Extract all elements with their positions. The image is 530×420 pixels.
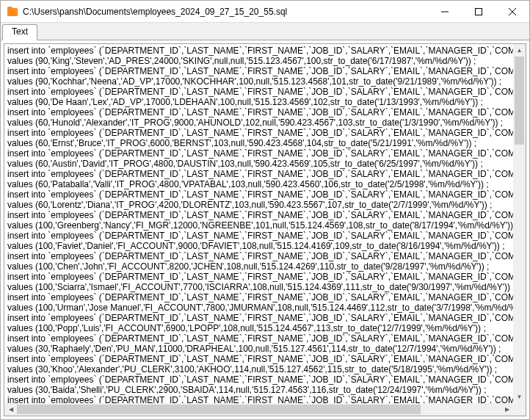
titlebar[interactable]: C:\Users\pansh\Documents\employees_2024_… [1, 1, 529, 23]
sql-line-insert: insert into `employees` (`DEPARTMENT_ID`… [7, 189, 510, 200]
window-controls [428, 1, 529, 22]
sql-line-insert: insert into `employees` (`DEPARTMENT_ID`… [7, 354, 510, 364]
app-window: C:\Users\pansh\Documents\employees_2024_… [0, 0, 530, 420]
sql-line-values: values (30,'Baida','Shelli','PU_CLERK',2… [7, 385, 510, 395]
sql-line-values: values (100,'Faviet','Daniel','FI_ACCOUN… [7, 241, 510, 251]
sql-line-insert: insert into `employees` (`DEPARTMENT_ID`… [7, 272, 510, 282]
tab-strip: Text [1, 23, 529, 40]
sql-line-insert: insert into `employees` (`DEPARTMENT_ID`… [7, 251, 510, 261]
sql-line-values: values (60,'Lorentz','Diana','IT_PROG',4… [7, 200, 510, 210]
sql-line-insert: insert into `employees` (`DEPARTMENT_ID`… [7, 66, 510, 76]
sql-line-insert: insert into `employees` (`DEPARTMENT_ID`… [7, 128, 510, 138]
sql-line-values: values (90,'De Haan','Lex','AD_VP',17000… [7, 97, 510, 107]
content-panel: insert into `employees` (`DEPARTMENT_ID`… [4, 43, 526, 416]
scroll-down-button[interactable]: ▼ [513, 391, 526, 403]
close-button[interactable] [495, 1, 529, 22]
scroll-left-button[interactable]: ◀ [4, 403, 17, 416]
svg-rect-3 [476, 8, 482, 15]
scrollbar-corner [513, 403, 526, 416]
horizontal-scrollbar[interactable]: ◀ ▶ [4, 403, 513, 416]
sql-line-insert: insert into `employees` (`DEPARTMENT_ID`… [7, 107, 510, 117]
sql-line-values: values (100,'Greenberg','Nancy','FI_MGR'… [7, 220, 510, 231]
minimize-button[interactable] [428, 1, 462, 22]
sql-line-values: values (60,'Austin','David','IT_PROG',48… [7, 159, 510, 169]
vertical-scrollbar[interactable]: ▲ ▼ [513, 44, 526, 403]
sql-line-values: values (30,'Raphaely','Den','PU_MAN',110… [7, 344, 510, 354]
sql-line-insert: insert into `employees` (`DEPARTMENT_ID`… [7, 148, 510, 159]
scroll-up-button[interactable]: ▲ [513, 44, 526, 57]
sql-line-values: values (30,'Khoo','Alexander','PU_CLERK'… [7, 364, 510, 374]
vertical-scroll-thumb[interactable] [515, 57, 524, 145]
sql-line-values: values (100,'Sciarra','Ismael','FI_ACCOU… [7, 282, 510, 292]
sql-line-values: values (100,'Chen','John','FI_ACCOUNT',8… [7, 261, 510, 272]
horizontal-scroll-thumb[interactable] [17, 405, 421, 414]
window-title: C:\Users\pansh\Documents\employees_2024_… [23, 7, 428, 17]
sql-line-values: values (90,'Kochhar','Neena','AD_VP',170… [7, 76, 510, 87]
app-icon [7, 6, 18, 18]
sql-line-values: values (60,'Pataballa','Valli','IT_PROG'… [7, 179, 510, 189]
sql-line-values: values (60,'Ernst','Bruce','IT_PROG',600… [7, 138, 510, 148]
sql-line-insert: insert into `employees` (`DEPARTMENT_ID`… [7, 46, 510, 56]
maximize-button[interactable] [462, 1, 495, 22]
sql-line-values: values (90,'King','Steven','AD_PRES',240… [7, 56, 510, 66]
sql-text-area[interactable]: insert into `employees` (`DEPARTMENT_ID`… [4, 44, 513, 403]
sql-line-values: values (100,'Popp','Luis','FI_ACCOUNT',6… [7, 323, 510, 333]
sql-line-insert: insert into `employees` (`DEPARTMENT_ID`… [7, 231, 510, 241]
sql-line-insert: insert into `employees` (`DEPARTMENT_ID`… [7, 292, 510, 303]
sql-line-insert: insert into `employees` (`DEPARTMENT_ID`… [7, 169, 510, 179]
horizontal-scroll-track[interactable] [17, 403, 501, 416]
sql-line-insert: insert into `employees` (`DEPARTMENT_ID`… [7, 87, 510, 97]
sql-line-values: values (60,'Hunold','Alexander','IT_PROG… [7, 117, 510, 128]
sql-line-values: values (100,'Urman','Jose Manuel','FI_AC… [7, 303, 510, 313]
sql-line-insert: insert into `employees` (`DEPARTMENT_ID`… [7, 395, 510, 403]
sql-line-insert: insert into `employees` (`DEPARTMENT_ID`… [7, 333, 510, 344]
sql-line-insert: insert into `employees` (`DEPARTMENT_ID`… [7, 374, 510, 385]
tab-text[interactable]: Text [2, 24, 37, 40]
vertical-scroll-track[interactable] [513, 57, 526, 391]
sql-line-insert: insert into `employees` (`DEPARTMENT_ID`… [7, 313, 510, 323]
scroll-right-button[interactable]: ▶ [501, 403, 513, 416]
sql-line-insert: insert into `employees` (`DEPARTMENT_ID`… [7, 210, 510, 220]
svg-rect-1 [7, 7, 12, 10]
